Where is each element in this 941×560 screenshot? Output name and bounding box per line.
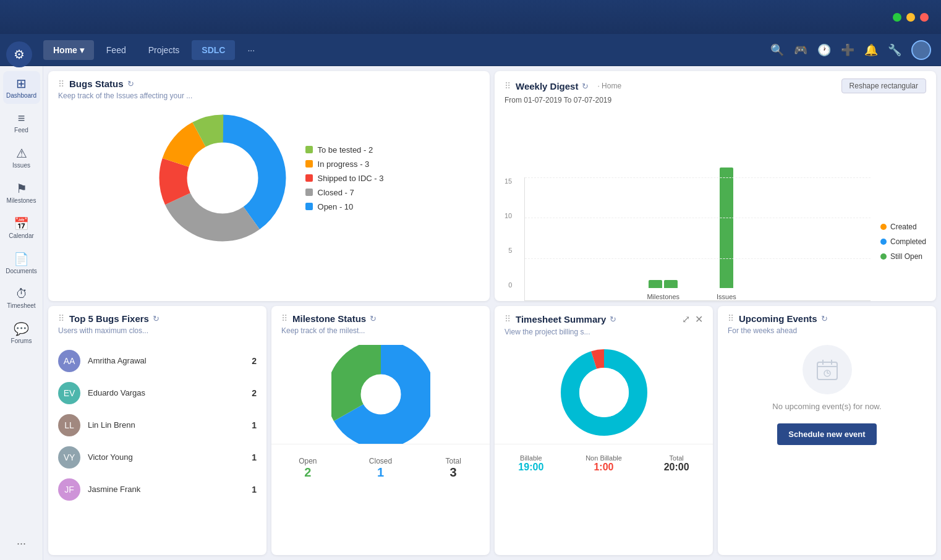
main-layout: ⊞ Dashboard ≡ Feed ⚠ Issues ⚑ Milestones… (0, 66, 941, 560)
sidebar-item-milestones[interactable]: ⚑ Milestones (3, 176, 40, 209)
fixer-item-1: EV Eduardo Vargas 2 (48, 377, 266, 409)
sidebar-label-feed: Feed (14, 127, 28, 134)
bugs-donut-chart (155, 110, 291, 246)
sidebar-item-dashboard[interactable]: ⊞ Dashboard (3, 71, 40, 104)
bugs-refresh-icon[interactable]: ↻ (127, 79, 134, 88)
milestone-card-header: ⠿ Milestone Status ↻ (271, 306, 490, 326)
bar-issues-open (720, 168, 733, 288)
sidebar-item-forums[interactable]: 💬 Forums (3, 316, 40, 349)
events-drag-handle[interactable]: ⠿ (728, 313, 734, 323)
fixer-item-4: JF Jasmine Frank 1 (48, 473, 266, 506)
legend-item-tobetested: To be tested - 2 (305, 145, 384, 155)
gridline-33 (525, 218, 871, 218)
ts-total-value: 20:00 (664, 462, 689, 473)
timesheet-expand-icon[interactable]: ⤢ (682, 313, 690, 325)
sidebar-item-feed[interactable]: ≡ Feed (3, 106, 40, 138)
bell-icon[interactable]: 🔔 (864, 43, 878, 57)
y-axis: 15 10 5 0 (505, 177, 514, 301)
weekly-refresh-icon[interactable]: ↻ (582, 82, 589, 91)
timesheet-card-title: Timesheet Summary (516, 314, 606, 325)
fixer-count-0: 2 (252, 356, 257, 366)
sidebar-label-calendar: Calendar (9, 232, 34, 239)
settings-icon[interactable]: 🔧 (888, 43, 901, 57)
bar-label-milestones: Milestones (647, 293, 679, 300)
mstat-closed: Closed 1 (344, 452, 417, 485)
nav-logo[interactable]: ⚙ (6, 41, 32, 67)
gridline-top (525, 177, 871, 178)
weekly-home-label: · Home (597, 82, 621, 90)
y-axis-5: 5 (505, 247, 512, 254)
drag-handle[interactable]: ⠿ (58, 79, 64, 89)
sidebar-item-calendar[interactable]: 📅 Calendar (3, 211, 40, 244)
sidebar-item-issues[interactable]: ⚠ Issues (3, 141, 40, 174)
milestone-card-title: Milestone Status (292, 313, 366, 324)
ts-billable-value: 19:00 (518, 462, 543, 473)
upcoming-events-card: ⠿ Upcoming Events ↻ For the weeks ahead (718, 306, 936, 556)
sidebar: ⊞ Dashboard ≡ Feed ⚠ Issues ⚑ Milestones… (0, 66, 43, 560)
bars-container: Milestones Issues (524, 177, 871, 301)
fixer-name-0: Amritha Agrawal (88, 356, 244, 365)
sidebar-label-timesheet: Timesheet (7, 302, 35, 309)
weekly-drag-handle[interactable]: ⠿ (505, 81, 511, 91)
bugs-chart-area: To be tested - 2 In progress - 3 Shipped… (48, 105, 490, 256)
bugs-donut-svg (155, 110, 291, 246)
fixer-avatar-0: AA (58, 350, 80, 372)
search-icon[interactable]: 🔍 (770, 43, 784, 57)
nav-item-more[interactable]: ··· (237, 40, 265, 60)
fixers-drag-handle[interactable]: ⠿ (58, 313, 64, 323)
sidebar-label-milestones: Milestones (7, 197, 36, 204)
sidebar-item-timesheet[interactable]: ⏱ Timesheet (3, 282, 40, 314)
milestone-drag-handle[interactable]: ⠿ (281, 313, 287, 323)
timesheet-card-header: ⠿ Timesheet Summary ↻ ⤢ ✕ (495, 306, 713, 328)
legend-dot-stillopen (880, 253, 887, 260)
traffic-light-yellow (906, 13, 915, 22)
fixers-refresh-icon[interactable]: ↻ (153, 314, 160, 323)
legend-item-shippedidc: Shipped to IDC - 3 (305, 174, 384, 183)
legend-label-created: Created (890, 223, 917, 231)
legend-item-closed: Closed - 7 (305, 188, 384, 197)
bar-groups: Milestones Issues (537, 177, 846, 300)
timesheet-close-icon[interactable]: ✕ (695, 313, 703, 325)
clock-icon[interactable]: 🕐 (817, 43, 831, 57)
nav-item-feed[interactable]: Feed (96, 40, 136, 60)
nav-item-projects[interactable]: Projects (138, 40, 190, 60)
legend-label-shippedidc: Shipped to IDC - 3 (318, 174, 384, 183)
ts-nonbillable-value: 1:00 (594, 462, 613, 473)
events-empty-calendar-icon (803, 345, 852, 394)
fixers-card: ⠿ Top 5 Bugs Fixers ↻ Users with maximum… (48, 306, 266, 556)
timesheet-drag-handle[interactable]: ⠿ (505, 314, 511, 324)
sidebar-label-dashboard: Dashboard (6, 92, 36, 99)
timesheet-controls: ⤢ ✕ (682, 313, 703, 325)
legend-dot-closed (305, 189, 313, 196)
legend-item-open: Open - 10 (305, 202, 384, 211)
sidebar-item-documents[interactable]: 📄 Documents (3, 247, 40, 279)
nav-item-sdlc[interactable]: SDLC (192, 40, 235, 60)
feed-icon: ≡ (18, 111, 25, 125)
y-axis-10: 10 (505, 212, 512, 219)
svg-point-11 (579, 368, 629, 417)
mstat-closed-value: 1 (377, 465, 384, 480)
schedule-new-event-button[interactable]: Schedule new event (777, 423, 876, 445)
nav-item-home[interactable]: Home ▾ (43, 40, 94, 60)
bar-label-issues: Issues (717, 293, 736, 300)
timesheet-refresh-icon[interactable]: ↻ (610, 315, 616, 324)
fixer-name-2: Lin Lin Brenn (88, 420, 244, 430)
events-refresh-icon[interactable]: ↻ (821, 314, 828, 323)
gamepad-icon[interactable]: 🎮 (794, 43, 807, 57)
issues-icon: ⚠ (16, 146, 27, 161)
mstat-open-label: Open (299, 457, 317, 465)
mstat-open-value: 2 (304, 465, 311, 480)
milestone-chart-area (271, 340, 490, 444)
add-icon[interactable]: ➕ (841, 43, 854, 57)
sidebar-more[interactable]: ··· (17, 537, 26, 560)
weekly-card-title: Weekly Digest (516, 81, 578, 91)
mstat-total-value: 3 (450, 465, 457, 480)
user-avatar[interactable] (911, 40, 931, 60)
reshape-button[interactable]: Reshape rectangular (841, 78, 926, 93)
sidebar-label-forums: Forums (11, 337, 32, 344)
legend-dot-shippedidc (305, 174, 313, 182)
fixer-count-4: 1 (252, 485, 257, 494)
bar-group-milestones-bars (649, 280, 678, 288)
events-body: No upcoming event(s) for now. Schedule n… (718, 340, 936, 450)
milestone-refresh-icon[interactable]: ↻ (370, 314, 377, 323)
